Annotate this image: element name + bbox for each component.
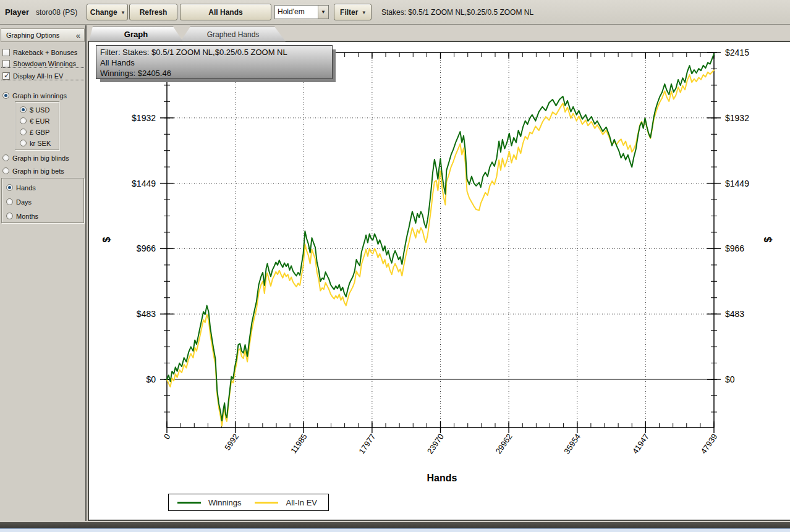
svg-text:$2415: $2415 [725,48,749,57]
player-label: Player [5,7,29,17]
svg-text:$966: $966 [725,243,744,253]
svg-text:41947: 41947 [631,432,651,455]
svg-text:$1932: $1932 [725,113,749,123]
radio-graph-in-winnings[interactable]: Graph in winnings [2,91,67,100]
svg-text:$483: $483 [725,309,744,319]
radio-currency-eur[interactable]: € EUR [20,116,49,125]
game-type-value: Hold'em [275,6,318,19]
svg-text:$0: $0 [146,374,156,384]
tooltip-winnings-line: Winnings: $2405.46 [100,68,328,78]
svg-text:29962: 29962 [494,432,514,455]
radio-currency-sek[interactable]: kr SEK [20,138,51,148]
change-button[interactable]: Change ▾ [87,4,128,20]
game-type-select[interactable]: Hold'em ▼ [274,5,329,19]
checkbox-icon[interactable] [2,60,10,67]
graphing-options-sidebar: Graphing Options « Rakeback + Bonuses Sh… [0,25,87,521]
svg-text:$1932: $1932 [132,113,156,123]
refresh-button[interactable]: Refresh [129,4,177,20]
all-hands-button[interactable]: All Hands [180,4,271,20]
chart-tooltip: Filter: Stakes: $0.5/1 ZOOM NL,$0.25/0.5… [96,45,333,79]
svg-text:$0: $0 [725,374,735,384]
radio-icon[interactable] [6,198,13,205]
svg-text:$1449: $1449 [132,179,156,188]
radio-icon[interactable] [20,129,27,135]
svg-text:0: 0 [162,432,172,441]
checkbox-icon[interactable] [2,49,10,56]
winnings-line-swatch [177,502,201,504]
taskbar-strip [0,528,790,532]
radio-months[interactable]: Months [6,211,38,221]
svg-text:5992: 5992 [223,432,240,452]
window-bottom-bar [0,522,790,528]
winnings-chart[interactable]: 0599211985179772397029962359544194747939… [88,41,790,521]
allin-ev-line-swatch [255,502,278,504]
tooltip-filter-line: Filter: Stakes: $0.5/1 ZOOM NL,$0.25/0.5… [100,47,328,57]
sidebar-header[interactable]: Graphing Options « [1,28,85,42]
tab-graphed-hands[interactable]: Graphed Hands [181,27,286,41]
radio-icon[interactable] [6,213,13,219]
filter-button[interactable]: Filter ▾ [334,4,372,20]
legend-label-winnings: Winnings [208,498,241,507]
radio-icon[interactable] [20,117,27,124]
svg-text:35954: 35954 [562,432,582,455]
svg-text:$483: $483 [137,309,156,319]
tab-bar: Graphed Hands Graph [88,25,790,41]
toolbar: Player storo08 (PS) Change ▾ Refresh All… [0,0,790,25]
tooltip-hands-line: All Hands [100,57,328,68]
collapse-icon[interactable]: « [76,31,80,40]
checkbox-showdown-winnings[interactable]: Showdown Winnings [2,59,76,68]
svg-text:23970: 23970 [425,432,446,455]
svg-text:$1449: $1449 [725,179,749,188]
checkbox-rakeback[interactable]: Rakeback + Bonuses [2,48,77,57]
radio-icon[interactable] [2,92,9,99]
radio-icon[interactable] [20,140,27,146]
radio-hands[interactable]: Hands [6,183,36,192]
legend-label-allin-ev: All-In EV [286,498,317,507]
svg-text:$: $ [763,237,773,242]
combobox-arrow-icon[interactable]: ▼ [318,6,328,19]
svg-text:$: $ [101,237,112,242]
radio-icon[interactable] [2,154,9,161]
radio-graph-in-big-blinds[interactable]: Graph in big blinds [2,153,69,163]
tab-graph[interactable]: Graph [89,27,183,41]
checkbox-icon[interactable] [2,72,10,80]
radio-icon[interactable] [20,106,27,113]
stakes-summary: Stakes: $0.5/1 ZOOM NL,$0.25/0.5 ZOOM NL [381,8,533,17]
radio-icon[interactable] [6,184,13,191]
svg-text:11985: 11985 [289,432,308,455]
chevron-down-icon: ▾ [362,9,365,15]
chevron-down-icon: ▾ [122,9,125,15]
radio-icon[interactable] [2,167,9,174]
svg-text:17977: 17977 [357,432,377,455]
radio-currency-gbp[interactable]: £ GBP [20,127,49,137]
radio-days[interactable]: Days [6,197,32,206]
player-value: storo08 (PS) [36,8,77,17]
x-axis-title: Hands [396,473,488,484]
svg-text:47939: 47939 [699,432,719,455]
svg-text:$966: $966 [137,243,156,253]
radio-graph-in-big-bets[interactable]: Graph in big bets [2,166,64,175]
chart-legend: Winnings All-In EV [168,494,329,511]
checkbox-display-allin-ev[interactable]: Display All-In EV [2,71,63,80]
radio-currency-usd[interactable]: $ USD [20,105,49,114]
